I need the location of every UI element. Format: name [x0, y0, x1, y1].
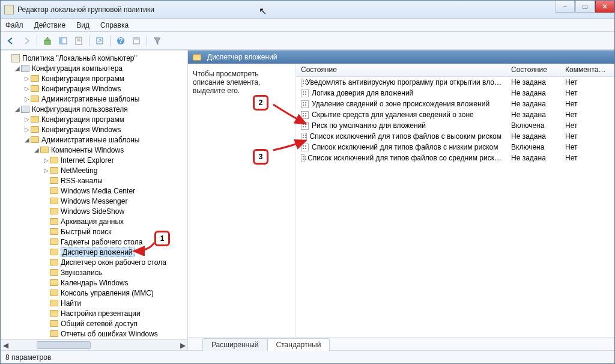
folder-icon: [50, 208, 58, 214]
list-header[interactable]: Состояние Состояние Коммента…: [296, 64, 614, 77]
tree-component-item[interactable]: Архивация данных: [4, 216, 187, 226]
titlebar[interactable]: Редактор локальной групповой политики ↖ …: [1, 1, 614, 19]
maximize-button[interactable]: □: [575, 1, 595, 13]
tree-item[interactable]: ▷Административные шаблоны: [4, 94, 187, 104]
setting-comment: Нет: [560, 88, 614, 98]
app-icon: [4, 5, 14, 14]
templates-button[interactable]: [130, 34, 143, 47]
tree-label: Диспетчер окон рабочего стола: [61, 258, 166, 267]
tree-component-item[interactable]: Диспетчер вложений: [4, 247, 187, 257]
back-button[interactable]: [4, 34, 17, 47]
tree-item[interactable]: ▷Конфигурация программ: [4, 73, 187, 83]
tree-component-item[interactable]: Windows Messenger: [4, 196, 187, 206]
setting-row[interactable]: Логика доверия для вложенийНе заданаНет: [296, 88, 614, 99]
setting-row[interactable]: Список исключений для типов файлов со ср…: [296, 153, 614, 163]
menu-action[interactable]: Действие: [34, 21, 66, 29]
tree-computer-config[interactable]: ◢Конфигурация компьютера: [4, 63, 187, 73]
menu-file[interactable]: Файл: [5, 21, 23, 29]
root-icon: [11, 54, 20, 62]
tree-toggle-icon[interactable]: ◢: [14, 65, 21, 71]
menu-help[interactable]: Справка: [100, 21, 129, 29]
setting-row[interactable]: Список исключений для типов файлов с выс…: [296, 131, 614, 142]
tree-item[interactable]: ▷Конфигурация Windows: [4, 83, 187, 94]
setting-name: Уведомлять антивирусную программу при от…: [306, 78, 501, 86]
folder-icon: [50, 228, 58, 235]
tree-label: Windows Messenger: [61, 197, 127, 205]
tree-component-item[interactable]: Консоль управления (MMC): [4, 288, 187, 298]
tree-component-item[interactable]: Общий сетевой доступ: [4, 318, 187, 329]
tree-toggle-icon[interactable]: ▷: [23, 126, 31, 133]
tree-admin-templates[interactable]: ◢Административные шаблоны: [4, 135, 187, 145]
tree-toggle-icon[interactable]: ▷: [23, 85, 31, 92]
scroll-thumb[interactable]: [37, 341, 91, 349]
menu-view[interactable]: Вид: [76, 21, 89, 29]
tree-label: NetMeeting: [61, 166, 97, 175]
tree-root[interactable]: Политика "Локальный компьютер": [4, 53, 187, 63]
setting-state: Не задана: [506, 110, 560, 120]
folder-icon: [50, 249, 58, 255]
setting-comment: Нет: [560, 132, 614, 141]
tree-toggle-icon[interactable]: ▷: [43, 157, 50, 163]
window-controls: ‒ □ ✕: [555, 1, 614, 13]
tree-component-item[interactable]: Отчеты об ошибках Windows: [4, 329, 187, 339]
setting-name-cell: Скрытие средств для удаления сведений о …: [296, 110, 506, 120]
tree-component-item[interactable]: Найти: [4, 298, 187, 308]
tree-windows-components[interactable]: ◢Компоненты Windows: [4, 145, 187, 155]
callout-2: 2: [253, 95, 268, 111]
tree-component-item[interactable]: ▷NetMeeting: [4, 165, 187, 175]
folder-icon: [50, 310, 58, 317]
forward-button[interactable]: [20, 34, 33, 47]
tab-extended[interactable]: Расширенный: [202, 338, 268, 351]
tree-component-item[interactable]: ▷Internet Explorer: [4, 155, 187, 165]
setting-row[interactable]: Список исключений для типов файлов с низ…: [296, 142, 614, 153]
tree-user-config[interactable]: ◢Конфигурация пользователя: [4, 104, 187, 114]
tree-toggle-icon[interactable]: ▷: [43, 167, 50, 174]
scroll-right-icon[interactable]: ▶: [178, 341, 187, 350]
tree-toggle-icon[interactable]: ◢: [14, 106, 21, 112]
tree-label: Административные шаблоны: [41, 136, 139, 144]
column-state[interactable]: Состояние: [506, 64, 560, 76]
column-name[interactable]: Состояние: [296, 64, 506, 76]
tree-toggle-icon[interactable]: ◢: [33, 147, 40, 153]
setting-name-cell: Логика доверия для вложений: [296, 88, 506, 98]
tree-toggle-icon[interactable]: ▷: [23, 116, 31, 123]
tree-component-item[interactable]: Календарь Windows: [4, 278, 187, 288]
up-button[interactable]: [41, 34, 54, 47]
tree-toggle-icon[interactable]: ◢: [23, 136, 31, 143]
tree-component-item[interactable]: Настройки презентации: [4, 308, 187, 318]
show-hide-button[interactable]: [56, 34, 70, 47]
setting-row[interactable]: Скрытие средств для удаления сведений о …: [296, 109, 614, 120]
tree-toggle-icon[interactable]: ▷: [23, 96, 31, 102]
tree-item[interactable]: ▷Конфигурация программ: [4, 114, 187, 124]
tree-component-item[interactable]: Диспетчер окон рабочего стола: [4, 257, 187, 267]
tree-component-item[interactable]: Звукозапись: [4, 267, 187, 278]
setting-row[interactable]: Уведомлять антивирусную программу при от…: [296, 77, 614, 88]
toolbar-separator: [110, 35, 111, 46]
setting-state: Не задана: [506, 88, 560, 98]
setting-state: Включена: [506, 121, 560, 130]
tree-item[interactable]: ▷Конфигурация Windows: [4, 124, 187, 135]
setting-row[interactable]: Удаление сведений о зоне происхождения в…: [296, 99, 614, 109]
minimize-button[interactable]: ‒: [556, 1, 575, 13]
policy-tree[interactable]: Политика "Локальный компьютер"◢Конфигура…: [1, 50, 187, 339]
tree-component-item[interactable]: Windows Media Center: [4, 186, 187, 196]
filter-button[interactable]: [151, 34, 164, 47]
close-button[interactable]: ✕: [595, 1, 614, 13]
tab-standard[interactable]: Стандартный: [267, 338, 330, 351]
folder-icon: [50, 269, 58, 276]
help-button[interactable]: ?: [114, 34, 127, 47]
column-comment[interactable]: Коммента…: [560, 64, 614, 76]
properties-button[interactable]: [72, 34, 85, 47]
setting-name: Удаление сведений о зоне происхождения в…: [312, 100, 489, 108]
tree-component-item[interactable]: Windows SideShow: [4, 206, 187, 216]
export-button[interactable]: [93, 34, 106, 47]
tree-label: Консоль управления (MMC): [61, 289, 154, 297]
tree-component-item[interactable]: RSS-каналы: [4, 175, 187, 186]
setting-row[interactable]: Риск по умолчанию для вложенийВключенаНе…: [296, 120, 614, 131]
tree-toggle-icon[interactable]: ▷: [23, 75, 31, 82]
horizontal-scrollbar[interactable]: ◀ ▶: [1, 339, 187, 350]
setting-name-cell: Список исключений для типов файлов с выс…: [296, 132, 506, 141]
scroll-left-icon[interactable]: ◀: [1, 341, 10, 350]
tree-label: Windows Media Center: [61, 187, 135, 195]
tree-label: Конфигурация пользователя: [32, 105, 128, 114]
